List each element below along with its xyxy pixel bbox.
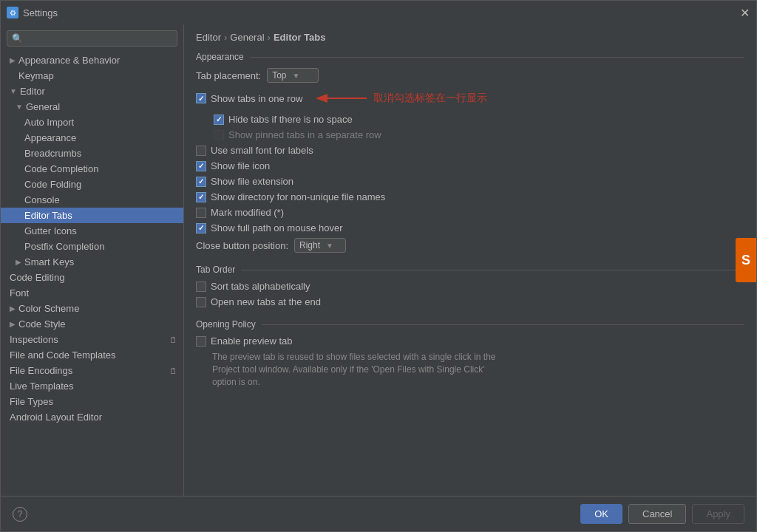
sidebar-item-code-completion[interactable]: Code Completion: [1, 161, 183, 177]
show-full-path-label[interactable]: Show full path on mouse hover: [196, 222, 343, 233]
tab-placement-dropdown[interactable]: Top ▼: [267, 68, 319, 83]
appearance-section-header: Appearance: [196, 52, 744, 62]
open-new-at-end-checkbox[interactable]: [196, 297, 206, 307]
breadcrumb-sep-1: ›: [224, 32, 227, 43]
mark-modified-checkbox[interactable]: [196, 208, 206, 218]
inspections-badge: 🗒: [169, 335, 177, 344]
close-button-value: Right: [299, 240, 320, 250]
enable-preview-row: Enable preview tab: [196, 335, 744, 347]
show-full-path-checkbox[interactable]: [196, 223, 206, 233]
sidebar-item-auto-import[interactable]: Auto Import: [1, 115, 183, 130]
cancel-button[interactable]: Cancel: [628, 504, 686, 524]
hide-tabs-no-space-label[interactable]: Hide tabs if there is no space: [214, 114, 353, 125]
hide-tabs-no-space-row: Hide tabs if there is no space: [196, 114, 744, 125]
show-tabs-one-row-row: Show tabs in one row: [196, 93, 302, 104]
sidebar-item-label: Breadcrumbs: [24, 148, 81, 159]
show-pinned-checkbox: [214, 130, 224, 140]
chevron-right-icon: ▶: [10, 56, 16, 64]
sidebar-item-live-templates[interactable]: Live Templates: [1, 378, 183, 394]
close-button-dropdown[interactable]: Right ▼: [294, 238, 346, 253]
sidebar-item-file-types[interactable]: File Types: [1, 394, 183, 409]
sidebar-item-editor-tabs[interactable]: Editor Tabs: [1, 208, 183, 223]
sidebar-item-label: Code Editing: [10, 272, 64, 283]
sidebar-item-editor[interactable]: ▼ Editor: [1, 83, 183, 99]
sidebar-item-postfix-completion[interactable]: Postfix Completion: [1, 239, 183, 254]
chevron-down-icon: ▼: [16, 103, 23, 111]
window-title: Settings: [23, 7, 739, 18]
sidebar-item-appearance[interactable]: Appearance: [1, 130, 183, 146]
use-small-font-checkbox[interactable]: [196, 146, 206, 156]
sidebar-item-general[interactable]: ▼ General: [1, 99, 183, 115]
sidebar-item-label: Code Style: [18, 318, 66, 330]
red-arrow-svg: [311, 87, 370, 109]
annotation-wrapper: 取消勾选标签在一行显示: [311, 87, 487, 109]
ok-button[interactable]: OK: [580, 504, 622, 524]
sidebar-item-label: Color Scheme: [18, 303, 79, 314]
sort-alphabetically-label[interactable]: Sort tabs alphabetically: [196, 281, 310, 292]
sidebar-item-code-editing[interactable]: Code Editing: [1, 270, 183, 285]
sidebar-item-file-code-templates[interactable]: File and Code Templates: [1, 347, 183, 363]
sidebar-item-color-scheme[interactable]: ▶ Color Scheme: [1, 301, 183, 316]
tab-placement-row: Tab placement: Top ▼: [196, 68, 744, 83]
sidebar-item-appearance-behavior[interactable]: ▶ Appearance & Behavior: [1, 52, 183, 68]
sidebar-item-label: Appearance & Behavior: [18, 55, 120, 66]
show-file-icon-label[interactable]: Show file icon: [196, 160, 270, 171]
show-full-path-row: Show full path on mouse hover: [196, 222, 744, 233]
sidebar-item-file-encodings[interactable]: File Encodings 🗒: [1, 363, 183, 378]
enable-preview-checkbox[interactable]: [196, 336, 206, 347]
chevron-down-icon: ▼: [326, 242, 333, 250]
search-box[interactable]: 🔍: [7, 30, 177, 47]
opening-policy-section-header: Opening Policy: [196, 319, 744, 330]
annotation-text: 取消勾选标签在一行显示: [373, 92, 487, 105]
mark-modified-label[interactable]: Mark modified (*): [196, 207, 284, 218]
show-tabs-one-row-checkbox[interactable]: [196, 93, 206, 103]
enable-preview-help-text: The preview tab is reused to show files …: [196, 351, 506, 388]
show-file-extension-label[interactable]: Show file extension: [196, 176, 293, 187]
sidebar-item-label: File and Code Templates: [10, 349, 116, 361]
sort-alphabetically-row: Sort tabs alphabetically: [196, 281, 744, 292]
apply-button[interactable]: Apply: [692, 504, 744, 524]
sidebar-item-label: Editor Tabs: [24, 210, 72, 221]
sidebar-item-inspections[interactable]: Inspections 🗒: [1, 332, 183, 347]
sidebar-item-android-layout-editor[interactable]: Android Layout Editor: [1, 409, 183, 425]
show-tabs-one-row-label[interactable]: Show tabs in one row: [196, 93, 302, 104]
sort-alphabetically-checkbox[interactable]: [196, 282, 206, 292]
sidebar-item-label: Keymap: [18, 70, 54, 81]
sidebar-item-label: Auto Import: [24, 117, 74, 128]
chevron-right-icon: ▶: [10, 304, 16, 313]
sidebar-item-code-style[interactable]: ▶ Code Style: [1, 316, 183, 332]
show-file-extension-checkbox[interactable]: [196, 177, 206, 187]
use-small-font-row: Use small font for labels: [196, 145, 744, 156]
sidebar-item-label: Inspections: [10, 334, 58, 345]
show-directory-checkbox[interactable]: [196, 192, 206, 202]
show-file-extension-row: Show file extension: [196, 176, 744, 187]
hide-tabs-checkbox[interactable]: [214, 115, 224, 125]
sidebar-item-keymap[interactable]: ▶ Keymap: [1, 68, 183, 83]
help-button[interactable]: ?: [13, 507, 27, 522]
sonar-badge[interactable]: S: [736, 238, 756, 282]
show-tabs-row-wrapper: Show tabs in one row: [196, 87, 744, 109]
sidebar-item-label: Code Folding: [24, 179, 81, 190]
use-small-font-label[interactable]: Use small font for labels: [196, 145, 313, 156]
show-directory-label[interactable]: Show directory for non-unique file names: [196, 191, 385, 202]
file-encodings-badge: 🗒: [169, 366, 177, 375]
close-button[interactable]: ✕: [739, 7, 750, 18]
sidebar-item-console[interactable]: Console: [1, 192, 183, 208]
open-new-at-end-row: Open new tabs at the end: [196, 296, 744, 307]
search-input[interactable]: [26, 33, 172, 44]
sidebar-item-code-folding[interactable]: Code Folding: [1, 177, 183, 192]
open-new-at-end-label[interactable]: Open new tabs at the end: [196, 296, 321, 307]
action-buttons: OK Cancel Apply: [580, 504, 744, 524]
sidebar-item-label: Console: [24, 194, 60, 205]
sidebar-item-font[interactable]: Font: [1, 285, 183, 301]
sidebar-item-gutter-icons[interactable]: Gutter Icons: [1, 223, 183, 239]
enable-preview-label[interactable]: Enable preview tab: [196, 335, 293, 347]
sidebar-item-breadcrumbs[interactable]: Breadcrumbs: [1, 146, 183, 161]
sidebar-item-label: File Types: [10, 396, 53, 407]
search-icon: 🔍: [12, 33, 23, 44]
chevron-down-icon: ▼: [10, 87, 17, 95]
show-file-icon-checkbox[interactable]: [196, 161, 206, 171]
show-pinned-tabs-label: Show pinned tabs in a separate row: [214, 129, 381, 140]
show-file-icon-row: Show file icon: [196, 160, 744, 171]
sidebar-item-smart-keys[interactable]: ▶ Smart Keys: [1, 254, 183, 270]
